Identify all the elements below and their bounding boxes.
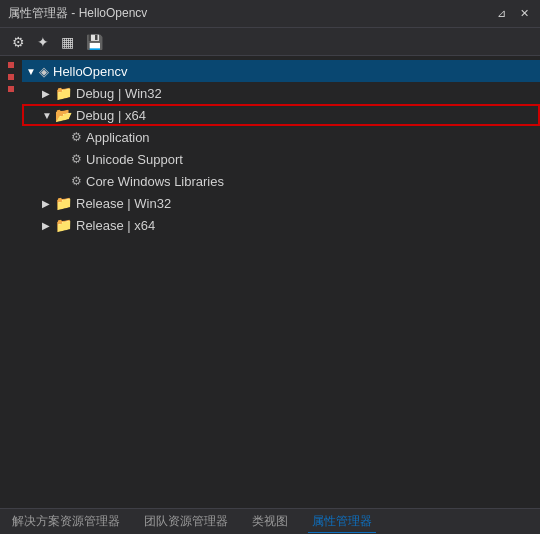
collapse-arrow-release-x64: ▶	[42, 220, 52, 231]
collapse-arrow-release-win32: ▶	[42, 198, 52, 209]
close-button[interactable]: ✕	[517, 6, 532, 21]
tree-item-application[interactable]: ⚙ Application	[22, 126, 540, 148]
tab-solution-explorer[interactable]: 解决方案资源管理器	[8, 511, 124, 532]
unicode-label: Unicode Support	[86, 152, 183, 167]
release-x64-label: Release | x64	[76, 218, 155, 233]
tab-class-view[interactable]: 类视图	[248, 511, 292, 532]
save-icon[interactable]: 💾	[82, 32, 107, 52]
core-windows-label: Core Windows Libraries	[86, 174, 224, 189]
add-icon[interactable]: ✦	[33, 32, 53, 52]
tab-team-explorer[interactable]: 团队资源管理器	[140, 511, 232, 532]
tree-item-unicode-support[interactable]: ⚙ Unicode Support	[22, 148, 540, 170]
title-bar-controls: ⊿ ✕	[494, 6, 532, 21]
debug-win32-label: Debug | Win32	[76, 86, 162, 101]
side-accent	[0, 56, 22, 508]
collapse-arrow: ▶	[42, 88, 52, 99]
tree-item-core-windows[interactable]: ⚙ Core Windows Libraries	[22, 170, 540, 192]
accent-dot-3	[8, 86, 14, 92]
project-icon: ◈	[39, 64, 49, 79]
tree-item-debug-x64[interactable]: ▼ 📂 Debug | x64	[22, 104, 540, 126]
gear-icon-core: ⚙	[71, 174, 82, 188]
folder-open-icon: 📂	[55, 107, 72, 123]
settings-icon[interactable]: ⚙	[8, 32, 29, 52]
application-label: Application	[86, 130, 150, 145]
folder-icon-release-win32: 📁	[55, 195, 72, 211]
debug-x64-label: Debug | x64	[76, 108, 146, 123]
tree-item-release-x64[interactable]: ▶ 📁 Release | x64	[22, 214, 540, 236]
tree-item-debug-win32[interactable]: ▶ 📁 Debug | Win32	[22, 82, 540, 104]
folder-icon-release-x64: 📁	[55, 217, 72, 233]
grid-icon[interactable]: ▦	[57, 32, 78, 52]
root-label: HelloOpencv	[53, 64, 127, 79]
toolbar: ⚙ ✦ ▦ 💾	[0, 28, 540, 56]
accent-dot-1	[8, 62, 14, 68]
tab-property-manager[interactable]: 属性管理器	[308, 511, 376, 533]
release-win32-label: Release | Win32	[76, 196, 171, 211]
pin-button[interactable]: ⊿	[494, 6, 509, 21]
title-bar-left: 属性管理器 - HelloOpencv	[8, 5, 147, 22]
property-manager-tree[interactable]: ▼ ◈ HelloOpencv ▶ 📁 Debug | Win32 ▼ 📂 De…	[22, 56, 540, 508]
folder-closed-icon: 📁	[55, 85, 72, 101]
main-content: ▼ ◈ HelloOpencv ▶ 📁 Debug | Win32 ▼ 📂 De…	[0, 56, 540, 508]
gear-icon-application: ⚙	[71, 130, 82, 144]
expand-arrow-debug-x64: ▼	[42, 110, 52, 121]
title-bar: 属性管理器 - HelloOpencv ⊿ ✕	[0, 0, 540, 28]
accent-dot-2	[8, 74, 14, 80]
tree-root-node[interactable]: ▼ ◈ HelloOpencv	[22, 60, 540, 82]
title-text: 属性管理器 - HelloOpencv	[8, 5, 147, 22]
gear-icon-unicode: ⚙	[71, 152, 82, 166]
bottom-tab-bar: 解决方案资源管理器 团队资源管理器 类视图 属性管理器	[0, 508, 540, 534]
expand-arrow: ▼	[26, 66, 36, 77]
tree-item-release-win32[interactable]: ▶ 📁 Release | Win32	[22, 192, 540, 214]
